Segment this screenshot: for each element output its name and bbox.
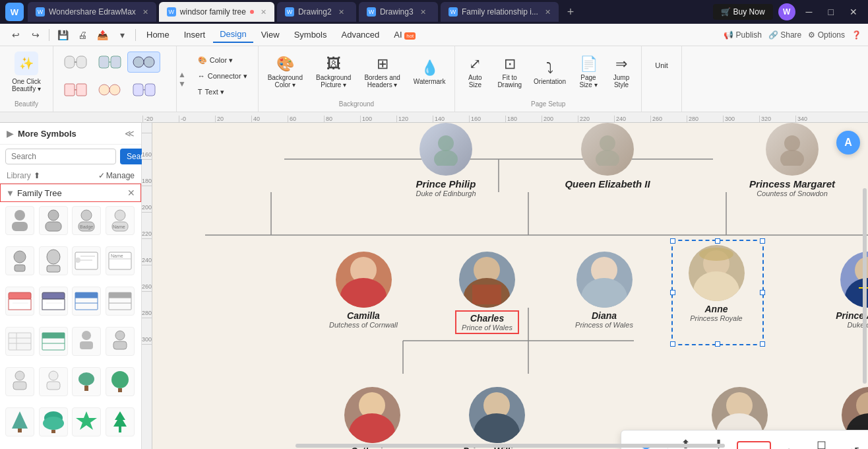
orientation-btn[interactable]: ⤵ Orientation	[530, 49, 570, 95]
symbol-item[interactable]	[5, 287, 34, 316]
jump-style-btn[interactable]: ⇒ JumpStyle	[607, 49, 636, 95]
background-color-btn[interactable]: 🎨 BackgroundColor ▾	[264, 49, 307, 95]
family-tree-expand-icon[interactable]: ▼	[6, 188, 15, 198]
symbol-item[interactable]	[5, 367, 34, 396]
canvas-area[interactable]: 160 180 200 220 240 260 280 300	[142, 123, 868, 449]
symbol-item[interactable]	[72, 367, 101, 396]
symbol-item[interactable]	[106, 367, 135, 396]
symbol-item[interactable]	[39, 246, 68, 275]
menu-design[interactable]: Design	[213, 26, 253, 43]
connector-btn[interactable]: ↔ Connector ▾	[193, 69, 253, 83]
symbol-item[interactable]	[106, 327, 135, 356]
symbol-item[interactable]	[5, 327, 34, 356]
manage-button[interactable]: ✓ Manage	[98, 171, 135, 180]
user-avatar[interactable]: W	[778, 3, 795, 20]
symbol-item[interactable]	[5, 206, 34, 235]
node-charles[interactable]: Charles Prince of Wales	[443, 252, 532, 334]
symbol-item[interactable]	[72, 246, 101, 275]
share-btn[interactable]: 🔗 Share	[768, 30, 801, 40]
replace-btn[interactable]: ↔ Replace	[737, 441, 771, 450]
options-btn[interactable]: ⚙ Options	[808, 30, 845, 40]
sidebar-expand-icon[interactable]: ▶	[7, 128, 14, 139]
page-size-btn[interactable]: 📄 PageSize ▾	[574, 49, 603, 95]
node-prince-philip[interactable]: Prince Philip Duke of Edinburgh	[383, 123, 509, 197]
tab-drawing2[interactable]: W Drawing2 ✕	[277, 2, 356, 22]
redo-button[interactable]: ↪	[26, 26, 45, 44]
menu-insert[interactable]: Insert	[177, 27, 212, 42]
crop-btn[interactable]: ⌖ Crop	[774, 442, 804, 450]
symbol-item[interactable]	[39, 206, 68, 235]
scrollbar-horizontal[interactable]	[295, 444, 725, 448]
symbol-item[interactable]	[5, 246, 34, 275]
symbol-item[interactable]	[5, 407, 34, 436]
style-btn-4[interactable]	[59, 79, 92, 100]
style-btn-2[interactable]	[93, 52, 126, 73]
help-btn[interactable]: ❓	[852, 30, 861, 40]
sidebar-collapse-btn[interactable]: ≪	[125, 128, 135, 139]
reset-btn[interactable]: ↺ Reset	[840, 442, 868, 449]
node-diana[interactable]: Diana Princess of Wales	[561, 252, 647, 329]
tab-close-family-rel[interactable]: ✕	[545, 8, 551, 17]
borders-headers-btn[interactable]: ⊞ Borders andHeaders ▾	[360, 49, 404, 95]
color-btn[interactable]: 🎨 Color ▾	[193, 53, 238, 67]
library-collapse-icon[interactable]: ⬆	[34, 171, 40, 180]
style-btn-6[interactable]	[127, 79, 160, 100]
node-prince-williams[interactable]: Prince Williams Duke of Cambridge	[449, 387, 545, 449]
style-btn-5[interactable]	[93, 79, 126, 100]
node-queen-elizabeth[interactable]: Queen Elizabeth II	[542, 123, 673, 190]
symbol-item[interactable]: Name	[106, 206, 135, 235]
buy-now-button[interactable]: 🛒 Buy Now	[713, 4, 772, 20]
one-click-beautify-button[interactable]: ✨ One ClickBeautify ▾	[5, 49, 47, 95]
menu-ai[interactable]: AI hot	[387, 27, 422, 42]
tab-close-windsor[interactable]: ✕	[261, 8, 266, 17]
undo-button[interactable]: ↩	[7, 26, 25, 44]
background-picture-btn[interactable]: 🖼 BackgroundPicture ▾	[312, 49, 355, 95]
symbol-item[interactable]	[39, 287, 68, 316]
symbol-item[interactable]	[106, 407, 135, 436]
close-button[interactable]: ✕	[844, 4, 863, 20]
symbol-item[interactable]	[39, 407, 68, 436]
menu-symbols[interactable]: Symbols	[288, 27, 334, 42]
symbol-item[interactable]	[39, 327, 68, 356]
symbol-item[interactable]	[72, 407, 101, 436]
auto-size-btn[interactable]: ⤢ AutoSize	[460, 49, 489, 95]
style-scroll-up[interactable]: ▲	[178, 70, 186, 79]
tab-family-rel[interactable]: W Family relationship i... ✕	[441, 2, 559, 22]
text-btn[interactable]: T Text ▾	[193, 85, 230, 99]
style-scroll-down[interactable]: ▼	[178, 79, 186, 88]
tab-windsor[interactable]: W windsor family tree ✕	[159, 2, 274, 22]
menu-advanced[interactable]: Advanced	[334, 27, 386, 42]
node-princess-margaret[interactable]: Princess Margaret Countess of Snowdon	[726, 123, 858, 197]
node-camilla[interactable]: Camilla Dutchess of Cornwall	[324, 252, 403, 329]
tab-drawing3[interactable]: W Drawing3 ✕	[359, 2, 438, 22]
publish-btn[interactable]: 📢 Publish	[724, 30, 762, 40]
new-tab-button[interactable]: +	[561, 3, 580, 21]
symbol-item[interactable]	[72, 287, 101, 316]
node-prince-andrew[interactable]: Prince Andrew Duke of York	[819, 252, 868, 329]
family-tree-close-btn[interactable]: ✕	[127, 188, 135, 198]
units-btn[interactable]: Unit	[647, 49, 676, 82]
tab-close-edrawmax[interactable]: ✕	[142, 8, 148, 17]
style-btn-1[interactable]	[59, 52, 92, 73]
watermark-btn[interactable]: 💧 Watermark	[410, 49, 450, 95]
symbol-item[interactable]	[72, 327, 101, 356]
menu-home[interactable]: Home	[140, 27, 176, 42]
fit-to-drawing-btn[interactable]: ⊡ Fit toDrawing	[493, 49, 526, 95]
node-anne-container[interactable]: Anne Princess Royale	[677, 245, 756, 322]
style-btn-3[interactable]	[127, 52, 160, 73]
crop-to-shape-btn[interactable]: ◻ Crop toshape	[807, 434, 837, 449]
tab-close-drawing2[interactable]: ✕	[338, 8, 344, 17]
minimize-button[interactable]: ─	[801, 4, 818, 20]
tab-close-drawing3[interactable]: ✕	[420, 8, 426, 17]
more-button[interactable]: ▾	[113, 26, 131, 44]
canvas-content[interactable]: Prince Philip Duke of Edinburgh Queen El…	[152, 123, 868, 449]
export-button[interactable]: 📤	[93, 26, 111, 44]
tab-edrawmax[interactable]: W Wondershare EdrawMax ✕	[28, 2, 156, 22]
symbol-item[interactable]	[39, 367, 68, 396]
search-input[interactable]	[5, 149, 116, 164]
scrollbar-vertical[interactable]	[863, 188, 867, 384]
node-catherine[interactable]: Catherine Dutchess of Cambridge	[329, 387, 415, 449]
maximize-button[interactable]: □	[823, 4, 839, 20]
print-button[interactable]: 🖨	[73, 26, 92, 44]
menu-view[interactable]: View	[255, 27, 286, 42]
